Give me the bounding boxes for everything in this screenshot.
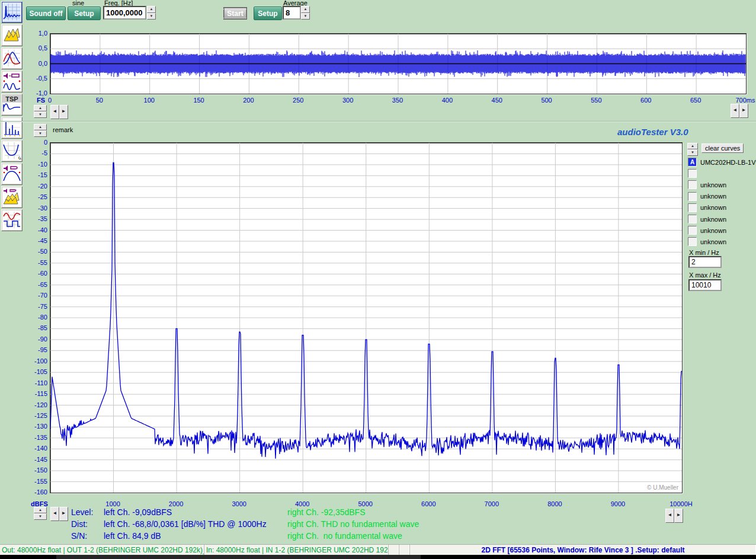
scope-x-tick: 150 [187, 97, 211, 104]
fft-spectrum-curve [50, 143, 682, 493]
fft-y-tick: -65 [24, 281, 47, 288]
fft-x-tick: 2000 [159, 500, 193, 507]
audiotester-window: TSPω sine Freq. [Hz] Average Sound off S… [0, 0, 756, 559]
scope-x-tick: 700ms [733, 97, 756, 104]
scope-right-scroll-left-icon[interactable]: ◄ [731, 104, 739, 118]
xmin-input[interactable] [688, 256, 722, 268]
scope-x-tick: 50 [88, 97, 111, 104]
fft-y-tick: -80 [24, 314, 47, 321]
scope-x-tick: 200 [236, 97, 260, 104]
curve-label: unknown [700, 181, 726, 189]
xmax-label: X max / Hz [689, 271, 721, 279]
curve-row: unknown [688, 237, 726, 247]
fft-y-tick: -160 [24, 488, 47, 496]
fft-x-tick: 9000 [601, 500, 635, 507]
curve-checkbox[interactable] [688, 192, 697, 201]
scope-x-tick: 650 [684, 97, 707, 104]
tool-impedance-resistor-button[interactable] [1, 71, 23, 92]
curve-spin-up-icon[interactable]: ▲ [687, 143, 698, 149]
curve-row: unknown [688, 203, 726, 213]
scope-plot[interactable] [50, 33, 747, 94]
scope-scroll-left-icon[interactable]: ◄ [50, 105, 59, 119]
fft-y-tick: -60 [24, 270, 47, 277]
curve-checkbox[interactable] [688, 180, 697, 189]
scope-x-tick: 400 [435, 97, 459, 104]
scope-waveform [50, 34, 746, 94]
fft-x-tick: 10000H [665, 500, 698, 507]
svg-text:TSP: TSP [5, 95, 18, 103]
curve-checkbox-a[interactable]: A [688, 158, 697, 167]
scope-scroll-arrows: ◄ ► [50, 105, 68, 119]
sound-off-button[interactable]: Sound off [26, 7, 66, 20]
tool-acoustic-waterfall-button[interactable] [1, 186, 23, 208]
tool-impedance-omega-button[interactable]: ω [1, 140, 23, 162]
remark-spin-up-icon[interactable]: ▲ [34, 124, 47, 130]
freq-spinner: ▲ ▼ [147, 6, 156, 20]
tool-harmonic-spectrum-button[interactable] [1, 117, 23, 139]
freq-spin-up-icon[interactable]: ▲ [147, 6, 156, 13]
tool-waterfall-3d-button[interactable] [1, 24, 23, 46]
scope-scroll-right-icon[interactable]: ► [59, 105, 68, 119]
curve-label: UMC202HD-LB-1Vp [700, 159, 756, 166]
tool-frequency-response-button[interactable] [1, 47, 23, 69]
fft-y-tick: -10 [24, 161, 47, 168]
fft-y-tick: -40 [24, 226, 47, 234]
start-button[interactable]: Start [223, 7, 247, 20]
fft-y-tick: -5 [24, 149, 47, 156]
analyzer-setup-button[interactable]: Setup [254, 7, 282, 20]
remark-spin-down-icon[interactable]: ▼ [34, 130, 47, 137]
waterfall-3d-icon [2, 25, 21, 45]
scope-right-scroll-right-icon[interactable]: ► [739, 104, 748, 118]
tool-fft-spectrum-button[interactable] [1, 1, 23, 23]
fft-y-tick: -105 [24, 368, 47, 375]
fft-y-tick: -115 [24, 390, 47, 397]
scope-x-tick: 550 [584, 97, 608, 104]
curve-row [688, 168, 700, 178]
fft-y-tick: -15 [24, 171, 47, 178]
fft-scroll-left-icon[interactable]: ◄ [50, 507, 59, 521]
xmax-input[interactable] [688, 279, 722, 291]
generator-setup-button[interactable]: Setup [68, 7, 101, 20]
scope-y-tick: -0,5 [24, 75, 47, 82]
clear-curves-button[interactable]: clear curves [701, 143, 744, 153]
fft-right-scroll-right-icon[interactable]: ► [674, 509, 683, 523]
tool-signal-scope-button[interactable] [1, 209, 23, 231]
curve-label: unknown [700, 238, 726, 245]
fft-plot[interactable]: © U.Mueller [50, 142, 683, 493]
fft-zoom-up-icon[interactable]: ▲ [34, 507, 47, 513]
fft-y-tick: -50 [24, 248, 47, 255]
scope-x-tick: 250 [286, 97, 310, 104]
freq-input[interactable] [103, 6, 146, 20]
dist-left-value: left Ch. -68,8/0,0361 [dB/%] THD @ 1000H… [104, 519, 267, 529]
average-spin-up-icon[interactable]: ▲ [301, 6, 310, 13]
scope-zoom-down-icon[interactable]: ▼ [34, 111, 47, 118]
fft-y-tick: -20 [24, 183, 47, 190]
curve-spin-down-icon[interactable]: ▼ [687, 149, 698, 156]
status-empty-cell-2 [399, 545, 410, 555]
watermark: © U.Mueller [647, 484, 678, 491]
fft-spectrum-icon [2, 2, 21, 22]
curve-checkbox[interactable] [688, 226, 697, 235]
curve-checkbox[interactable] [688, 215, 697, 223]
scope-scroll-arrows-right: ◄ ► [731, 104, 748, 118]
scope-x-tick: 600 [634, 97, 658, 104]
average-input[interactable] [283, 6, 301, 20]
curve-checkbox[interactable] [688, 237, 697, 246]
curve-checkbox[interactable] [688, 169, 697, 178]
average-spin-down-icon[interactable]: ▼ [301, 13, 310, 20]
scope-zoom-up-icon[interactable]: ▲ [34, 105, 47, 111]
curve-row: unknown [688, 225, 726, 235]
curve-checkbox[interactable] [688, 203, 697, 212]
tool-tsp-measurement-button[interactable]: TSP [1, 94, 23, 116]
fft-right-scroll-left-icon[interactable]: ◄ [665, 509, 674, 523]
fft-zoom-down-icon[interactable]: ▼ [34, 513, 47, 520]
fft-x-tick: 1000 [97, 500, 130, 507]
section-divider [0, 121, 756, 122]
fft-scroll-right-icon[interactable]: ► [59, 507, 68, 521]
tool-acoustic-response-button[interactable] [1, 163, 23, 185]
tsp-measurement-icon: TSP [2, 95, 21, 114]
freq-spin-down-icon[interactable]: ▼ [147, 13, 156, 20]
fft-x-tick: 4000 [286, 500, 319, 507]
fft-y-tick: -90 [24, 336, 47, 343]
fft-x-tick: 5000 [349, 500, 382, 507]
